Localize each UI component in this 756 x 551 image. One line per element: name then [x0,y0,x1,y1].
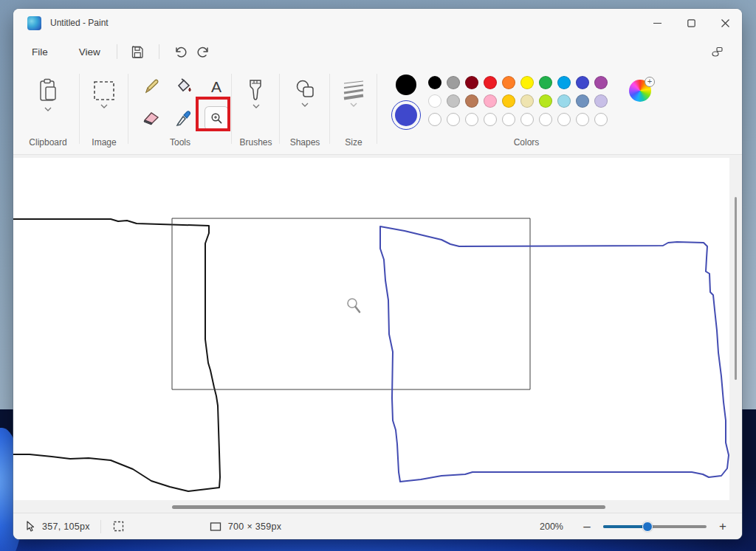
save-icon [131,46,144,58]
color-swatch[interactable] [557,94,571,108]
titlebar: Untitled - Paint [13,9,742,37]
minimize-button[interactable] [640,9,674,37]
fill-tool-button[interactable] [168,72,199,102]
chevron-down-icon [44,107,52,111]
color2-selected-ring[interactable] [391,100,421,130]
brush-icon [247,78,265,102]
ribbon-divider [279,74,280,144]
color1-swatch[interactable] [396,74,416,95]
empty-color-swatch[interactable] [594,113,608,126]
empty-color-swatch[interactable] [520,113,534,126]
color-swatch[interactable] [576,94,589,108]
empty-color-swatch[interactable] [539,113,552,126]
group-brushes[interactable]: Brushes [233,66,278,154]
save-button[interactable] [126,41,150,63]
color-swatch[interactable] [428,94,441,108]
maximize-button[interactable] [674,9,708,37]
color-swatch[interactable] [594,94,608,108]
annotation-red-highlight-box [196,97,230,131]
empty-color-swatch[interactable] [447,113,460,126]
selection-size-icon [113,521,124,532]
color-swatch[interactable] [484,76,497,89]
empty-color-swatch[interactable] [557,113,571,126]
ribbon-toolbar: Clipboard Image [13,66,742,155]
group-label-brushes: Brushes [233,137,278,148]
color-picker-tool-button[interactable] [168,102,199,134]
horizontal-scrollbar[interactable] [172,505,605,509]
close-button[interactable] [708,9,742,37]
canvas-area [13,155,742,513]
select-region-icon [92,78,116,102]
group-clipboard[interactable]: Clipboard [18,66,78,154]
empty-color-swatch[interactable] [465,113,478,126]
menubar-divider [117,44,117,59]
redo-button[interactable] [192,41,216,63]
color-swatch[interactable] [465,76,478,89]
statusbar-divider [100,520,101,533]
color-swatch[interactable] [502,94,515,108]
menu-view[interactable]: View [72,42,108,62]
group-label-shapes: Shapes [281,137,329,148]
pencil-icon [142,78,160,96]
group-label-tools: Tools [130,137,230,148]
zoom-slider-fill [603,525,647,528]
undo-button[interactable] [168,41,192,63]
gear-icon [711,46,724,58]
group-colors: + Colors [379,66,674,154]
ribbon-divider [329,74,330,144]
ribbon-divider [79,74,80,144]
color-swatch[interactable] [557,76,571,89]
redo-icon [197,46,210,58]
empty-color-swatch[interactable] [484,113,497,126]
color-swatch[interactable] [539,94,552,108]
color-swatch[interactable] [520,76,534,89]
clipboard-icon [38,78,58,105]
color-swatch[interactable] [594,76,608,89]
settings-button[interactable] [705,41,729,63]
empty-color-swatch[interactable] [576,113,589,126]
zoom-out-button[interactable]: – [580,519,594,534]
drawing-canvas[interactable] [13,158,729,500]
thin-selection-rectangle [172,218,530,389]
color-swatch[interactable] [447,76,460,89]
zoom-tool-button[interactable] [201,102,232,134]
paint-app-icon [27,16,41,30]
group-image[interactable]: Image [81,66,127,154]
color-swatch[interactable] [502,76,515,89]
magnifier-cursor [348,299,360,312]
color-swatch[interactable] [576,76,589,89]
zoom-slider[interactable] [603,521,707,532]
group-shapes[interactable]: Shapes [281,66,329,154]
color-swatch[interactable] [465,94,478,108]
menu-file[interactable]: File [24,42,55,62]
eraser-tool-button[interactable] [136,102,167,134]
color-swatch[interactable] [447,94,460,108]
cursor-position-value: 357, 105px [42,521,90,532]
ribbon-divider [128,74,128,144]
canvas-size-value: 700 × 359px [228,521,281,532]
black-freehand-rectangle [13,219,220,491]
zoom-in-button[interactable]: + [715,519,730,534]
color-palette [428,76,608,126]
ribbon-divider [377,74,377,144]
eyedropper-icon [175,109,193,127]
stroke-size-icon [341,78,366,100]
shapes-icon [293,78,317,100]
color-swatch[interactable] [539,76,552,89]
pencil-tool-button[interactable] [136,72,167,102]
color-swatch[interactable] [428,76,441,89]
empty-color-swatch[interactable] [502,113,515,126]
color-swatch[interactable] [484,94,497,108]
group-label-clipboard: Clipboard [18,137,78,148]
empty-color-swatch[interactable] [428,113,441,126]
chevron-down-icon [301,103,309,107]
color-swatch[interactable] [520,94,534,108]
edit-colors-button[interactable]: + [629,80,653,103]
vertical-scrollbar[interactable] [735,197,737,380]
zoom-slider-thumb[interactable] [642,521,653,532]
group-size[interactable]: Size [331,66,376,154]
chevron-down-icon [252,104,260,108]
window-title: Untitled - Paint [50,18,109,28]
blue-freehand-rectangle [380,226,729,482]
group-tools: A [130,66,230,154]
